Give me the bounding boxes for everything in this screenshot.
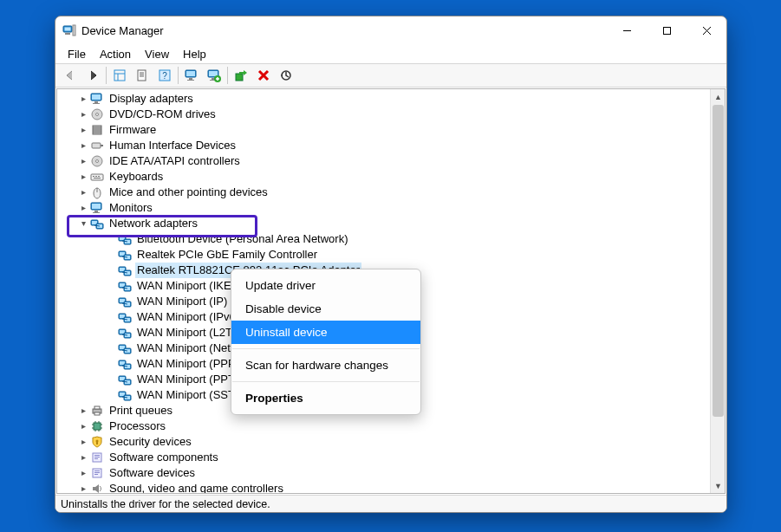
ide-icon	[90, 154, 104, 168]
network-icon	[118, 388, 132, 402]
statusbar: Uninstalls the driver for the selected d…	[55, 495, 726, 512]
menu-help[interactable]: Help	[176, 46, 213, 62]
chevron-right-icon[interactable]: ▸	[78, 465, 88, 481]
toolbar-separator	[178, 67, 179, 84]
network-icon	[118, 279, 132, 293]
software-icon	[90, 466, 104, 480]
uninstall-button[interactable]	[252, 66, 275, 85]
tree-item-display-adapters[interactable]: ▸Display adapters	[57, 91, 725, 107]
tree-item-monitors[interactable]: ▸Monitors	[57, 200, 725, 216]
tree-item-network-child[interactable]: Realtek PCIe GbE Family Controller	[57, 247, 725, 263]
chevron-right-icon[interactable]: ▸	[78, 122, 88, 138]
status-text: Uninstalls the driver for the selected d…	[61, 498, 270, 510]
menu-action[interactable]: Action	[93, 46, 138, 62]
window-controls	[607, 16, 726, 44]
print-icon	[90, 404, 104, 418]
tree-item-hid[interactable]: ▸Human Interface Devices	[57, 138, 725, 153]
tree-item-firmware[interactable]: ▸Firmware	[57, 122, 725, 138]
svg-rect-51	[114, 70, 125, 81]
show-hide-tree-button[interactable]	[108, 66, 131, 85]
tree-item-network-child[interactable]: Bluetooth Device (Personal Area Network)	[57, 231, 725, 247]
minimize-button[interactable]	[607, 16, 647, 44]
context-scan-hardware[interactable]: Scan for hardware changes	[231, 354, 420, 377]
chevron-right-icon[interactable]: ▸	[78, 418, 88, 434]
svg-rect-54	[138, 70, 146, 81]
maximize-button[interactable]	[647, 16, 687, 44]
context-disable-device[interactable]: Disable device	[231, 297, 420, 321]
context-separator	[232, 348, 420, 349]
display-icon	[90, 92, 104, 106]
chevron-right-icon[interactable]: ▸	[78, 91, 88, 107]
close-button[interactable]	[687, 16, 726, 44]
app-icon	[62, 23, 76, 37]
svg-rect-48	[663, 27, 670, 34]
context-separator	[232, 381, 420, 382]
chevron-right-icon[interactable]: ▸	[78, 403, 88, 418]
chevron-right-icon[interactable]: ▸	[78, 185, 88, 200]
titlebar: Device Manager	[55, 16, 726, 44]
tree-item-software-devices[interactable]: ▸Software devices	[57, 465, 725, 481]
forward-button[interactable]	[81, 66, 104, 85]
tree-item-security-devices[interactable]: ▸Security devices	[57, 434, 725, 450]
menu-file[interactable]: File	[61, 46, 93, 62]
toolbar-separator	[106, 67, 107, 84]
tree-item-network-adapters[interactable]: ▾Network adapters	[57, 216, 725, 231]
update-driver-button[interactable]	[230, 66, 252, 85]
context-properties[interactable]: Properties	[231, 386, 420, 410]
cpu-icon	[90, 419, 104, 433]
svg-rect-63	[236, 74, 243, 81]
hid-icon	[90, 139, 104, 152]
tree-item-keyboards[interactable]: ▸Keyboards	[57, 169, 725, 185]
menubar: File Action View Help	[55, 44, 726, 63]
chevron-right-icon[interactable]: ▸	[78, 450, 88, 465]
network-icon	[118, 357, 132, 371]
back-button[interactable]	[59, 66, 81, 85]
tree-item-dvd[interactable]: ▸DVD/CD-ROM drives	[57, 107, 725, 122]
chevron-right-icon[interactable]: ▸	[78, 107, 88, 122]
network-icon	[118, 341, 132, 355]
computer-monitor-button[interactable]	[180, 66, 203, 85]
network-icon	[118, 232, 132, 246]
chevron-right-icon[interactable]: ▸	[78, 481, 88, 493]
network-icon	[118, 310, 132, 324]
keyboard-icon	[90, 170, 104, 184]
toolbar-separator	[227, 67, 228, 84]
dvd-icon	[90, 107, 104, 121]
context-update-driver[interactable]: Update driver	[231, 274, 420, 297]
network-icon	[118, 326, 132, 340]
tree-item-sound[interactable]: ▸Sound, video and game controllers	[57, 481, 725, 493]
chevron-right-icon[interactable]: ▸	[78, 434, 88, 450]
security-icon	[90, 435, 104, 449]
network-icon	[118, 248, 132, 262]
scroll-up-icon[interactable]: ▲	[711, 89, 726, 104]
chevron-right-icon[interactable]: ▸	[78, 138, 88, 153]
tree-item-software-components[interactable]: ▸Software components	[57, 450, 725, 465]
sound-icon	[90, 482, 104, 493]
help-pane-button[interactable]: ?	[153, 66, 176, 85]
network-icon	[118, 295, 132, 308]
properties-sheet-button[interactable]	[131, 66, 153, 85]
chevron-right-icon[interactable]: ▸	[78, 200, 88, 216]
device-manager-window: Device Manager File Action View Help ? ▸…	[55, 16, 727, 513]
network-icon	[118, 373, 132, 386]
menu-view[interactable]: View	[138, 46, 176, 62]
add-hardware-button[interactable]	[203, 66, 225, 85]
monitor-icon	[90, 201, 104, 215]
chevron-right-icon[interactable]: ▸	[78, 169, 88, 185]
tree-item-mice[interactable]: ▸Mice and other pointing devices	[57, 185, 725, 200]
scrollbar-thumb[interactable]	[713, 105, 724, 417]
chevron-down-icon[interactable]: ▾	[78, 216, 88, 231]
svg-text:?: ?	[162, 71, 167, 81]
tree-item-ide[interactable]: ▸IDE ATA/ATAPI controllers	[57, 153, 725, 169]
context-uninstall-device[interactable]: Uninstall device	[231, 321, 420, 344]
context-menu: Update driver Disable device Uninstall d…	[231, 269, 421, 415]
mouse-icon	[90, 185, 104, 199]
scan-hardware-changes-button[interactable]	[275, 66, 297, 85]
chevron-right-icon[interactable]: ▸	[78, 153, 88, 169]
window-title: Device Manager	[81, 24, 607, 37]
vertical-scrollbar[interactable]: ▲ ▼	[710, 89, 725, 493]
scroll-down-icon[interactable]: ▼	[711, 478, 726, 493]
network-icon	[90, 217, 104, 230]
tree-item-processors[interactable]: ▸Processors	[57, 418, 725, 434]
firmware-icon	[90, 123, 104, 137]
